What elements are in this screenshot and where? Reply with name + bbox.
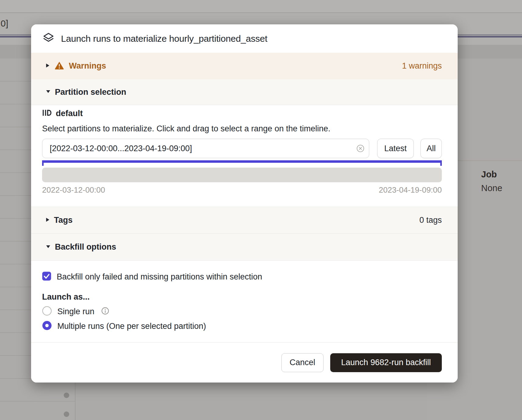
single-run-label: Single run [57, 307, 95, 316]
partition-selection-toggle[interactable]: Partition selection [31, 79, 458, 105]
asset-layers-icon [42, 32, 55, 46]
cancel-button[interactable]: Cancel [281, 353, 324, 372]
partition-selection-description: Select partitions to materialize. Click … [42, 123, 442, 134]
backfill-only-failed-checkbox-row[interactable]: Backfill only failed and missing partiti… [42, 272, 442, 281]
launch-backfill-dialog: Launch runs to materialize hourly_partit… [31, 24, 458, 383]
job-column-value: None [481, 183, 502, 193]
multiple-runs-radio-row[interactable]: Multiple runs (One per selected partitio… [42, 321, 442, 331]
status-dot [64, 393, 69, 398]
range-start-label: 2022-03-12-00:00 [42, 185, 105, 195]
backfill-only-failed-label: Backfill only failed and missing partiti… [57, 272, 262, 282]
info-icon[interactable] [101, 307, 109, 316]
warnings-count: 1 warnings [402, 61, 442, 71]
range-end-label: 2023-04-19-09:00 [379, 185, 442, 195]
partition-range-input[interactable] [42, 139, 369, 158]
clear-selection-icon[interactable] [356, 144, 364, 152]
backfill-options-header: Backfill options [55, 242, 116, 252]
backfill-options-toggle[interactable]: Backfill options [31, 234, 458, 261]
partition-dimension-name: default [56, 109, 83, 118]
timeline-track[interactable] [42, 168, 442, 182]
checkbox-checked-icon[interactable] [42, 272, 51, 282]
tags-count: 0 tags [419, 215, 442, 225]
single-run-radio-row[interactable]: Single run [42, 307, 442, 316]
partition-selection-header: Partition selection [55, 87, 126, 97]
timeline-range-labels: 2022-03-12-00:00 2023-04-19-09:00 [42, 185, 442, 195]
backfill-options-body: Backfill only failed and missing partiti… [31, 261, 458, 342]
dialog-footer: Cancel Launch 9682-run backfill [31, 342, 458, 383]
timeline-selection-bar[interactable] [42, 160, 442, 163]
chevron-right-icon [46, 63, 50, 69]
partition-selection-body: default Select partitions to materialize… [31, 105, 458, 207]
chevron-right-icon [46, 217, 50, 223]
tags-header: Tags [54, 215, 73, 225]
launch-as-label: Launch as... [42, 292, 442, 302]
latest-button[interactable]: Latest [377, 139, 414, 158]
warning-triangle-icon [55, 61, 64, 71]
warnings-section-toggle[interactable]: Warnings 1 warnings [31, 53, 458, 79]
chevron-down-icon [46, 89, 51, 95]
tags-section-toggle[interactable]: Tags 0 tags [31, 207, 458, 234]
job-column-label: Job [481, 169, 497, 180]
multiple-runs-label: Multiple runs (One per selected partitio… [57, 322, 206, 331]
radio-unselected-icon[interactable] [42, 306, 52, 317]
background-truncated-text: 0] [1, 18, 8, 29]
status-dot [64, 411, 69, 417]
launch-backfill-button[interactable]: Launch 9682-run backfill [330, 353, 442, 372]
warnings-label: Warnings [69, 61, 106, 71]
partition-set-icon [42, 109, 52, 118]
partition-range-input-wrap [42, 139, 369, 158]
screen: 0] Job None Launch runs to materialize h… [0, 0, 522, 420]
chevron-down-icon [46, 244, 51, 250]
radio-selected-icon[interactable] [42, 321, 52, 332]
dialog-header: Launch runs to materialize hourly_partit… [31, 24, 458, 53]
background-top-bar [0, 0, 522, 13]
all-button[interactable]: All [420, 139, 442, 158]
dialog-title: Launch runs to materialize hourly_partit… [61, 34, 267, 44]
